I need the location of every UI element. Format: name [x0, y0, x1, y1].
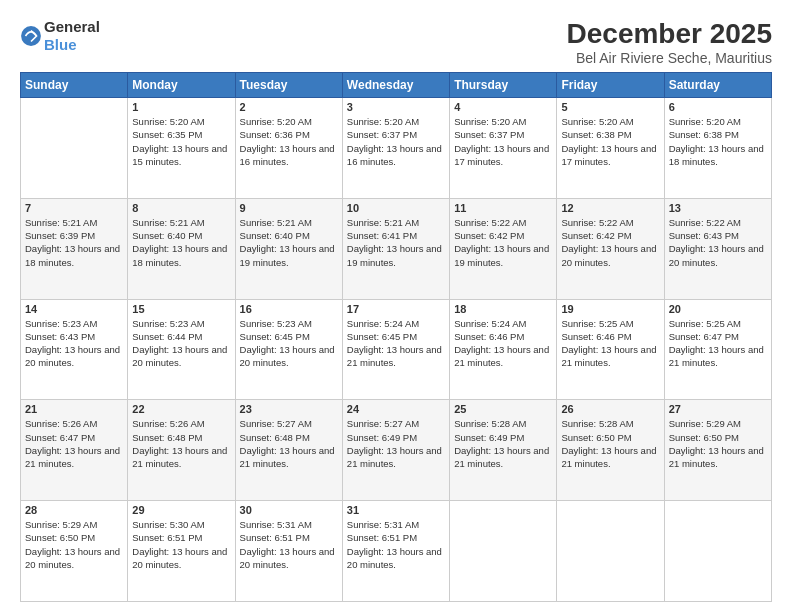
day-number: 7	[25, 202, 123, 214]
calendar-cell: 11 Sunrise: 5:22 AMSunset: 6:42 PMDaylig…	[450, 198, 557, 299]
calendar-cell: 12 Sunrise: 5:22 AMSunset: 6:42 PMDaylig…	[557, 198, 664, 299]
day-info: Sunrise: 5:23 AMSunset: 6:45 PMDaylight:…	[240, 318, 335, 369]
day-number: 30	[240, 504, 338, 516]
title-block: December 2025 Bel Air Riviere Seche, Mau…	[567, 18, 772, 66]
logo-icon	[20, 25, 42, 47]
calendar-week-row: 7 Sunrise: 5:21 AMSunset: 6:39 PMDayligh…	[21, 198, 772, 299]
day-number: 16	[240, 303, 338, 315]
day-number: 18	[454, 303, 552, 315]
day-number: 19	[561, 303, 659, 315]
weekday-header-friday: Friday	[557, 73, 664, 98]
calendar-cell: 22 Sunrise: 5:26 AMSunset: 6:48 PMDaylig…	[128, 400, 235, 501]
day-info: Sunrise: 5:25 AMSunset: 6:47 PMDaylight:…	[669, 318, 764, 369]
calendar-cell: 15 Sunrise: 5:23 AMSunset: 6:44 PMDaylig…	[128, 299, 235, 400]
day-info: Sunrise: 5:28 AMSunset: 6:50 PMDaylight:…	[561, 418, 656, 469]
calendar-cell	[21, 98, 128, 199]
day-info: Sunrise: 5:28 AMSunset: 6:49 PMDaylight:…	[454, 418, 549, 469]
day-info: Sunrise: 5:30 AMSunset: 6:51 PMDaylight:…	[132, 519, 227, 570]
day-number: 6	[669, 101, 767, 113]
calendar-week-row: 28 Sunrise: 5:29 AMSunset: 6:50 PMDaylig…	[21, 501, 772, 602]
day-number: 5	[561, 101, 659, 113]
location-title: Bel Air Riviere Seche, Mauritius	[567, 50, 772, 66]
day-number: 14	[25, 303, 123, 315]
day-number: 29	[132, 504, 230, 516]
day-number: 15	[132, 303, 230, 315]
day-info: Sunrise: 5:21 AMSunset: 6:40 PMDaylight:…	[240, 217, 335, 268]
calendar-body: 1 Sunrise: 5:20 AMSunset: 6:35 PMDayligh…	[21, 98, 772, 602]
day-number: 8	[132, 202, 230, 214]
day-info: Sunrise: 5:20 AMSunset: 6:35 PMDaylight:…	[132, 116, 227, 167]
header: General Blue December 2025 Bel Air Rivie…	[20, 18, 772, 66]
calendar-cell: 14 Sunrise: 5:23 AMSunset: 6:43 PMDaylig…	[21, 299, 128, 400]
calendar-cell: 27 Sunrise: 5:29 AMSunset: 6:50 PMDaylig…	[664, 400, 771, 501]
calendar-cell: 10 Sunrise: 5:21 AMSunset: 6:41 PMDaylig…	[342, 198, 449, 299]
calendar-cell: 24 Sunrise: 5:27 AMSunset: 6:49 PMDaylig…	[342, 400, 449, 501]
calendar-cell: 8 Sunrise: 5:21 AMSunset: 6:40 PMDayligh…	[128, 198, 235, 299]
day-number: 1	[132, 101, 230, 113]
day-info: Sunrise: 5:24 AMSunset: 6:45 PMDaylight:…	[347, 318, 442, 369]
calendar-week-row: 21 Sunrise: 5:26 AMSunset: 6:47 PMDaylig…	[21, 400, 772, 501]
day-info: Sunrise: 5:22 AMSunset: 6:43 PMDaylight:…	[669, 217, 764, 268]
page: General Blue December 2025 Bel Air Rivie…	[0, 0, 792, 612]
calendar-cell: 5 Sunrise: 5:20 AMSunset: 6:38 PMDayligh…	[557, 98, 664, 199]
calendar-cell: 29 Sunrise: 5:30 AMSunset: 6:51 PMDaylig…	[128, 501, 235, 602]
calendar-cell: 23 Sunrise: 5:27 AMSunset: 6:48 PMDaylig…	[235, 400, 342, 501]
day-number: 31	[347, 504, 445, 516]
day-info: Sunrise: 5:20 AMSunset: 6:36 PMDaylight:…	[240, 116, 335, 167]
calendar-cell: 31 Sunrise: 5:31 AMSunset: 6:51 PMDaylig…	[342, 501, 449, 602]
calendar-cell: 25 Sunrise: 5:28 AMSunset: 6:49 PMDaylig…	[450, 400, 557, 501]
day-number: 23	[240, 403, 338, 415]
calendar-cell	[450, 501, 557, 602]
day-number: 9	[240, 202, 338, 214]
calendar-cell: 18 Sunrise: 5:24 AMSunset: 6:46 PMDaylig…	[450, 299, 557, 400]
day-number: 24	[347, 403, 445, 415]
svg-point-0	[21, 26, 41, 46]
day-info: Sunrise: 5:27 AMSunset: 6:48 PMDaylight:…	[240, 418, 335, 469]
day-number: 25	[454, 403, 552, 415]
day-info: Sunrise: 5:29 AMSunset: 6:50 PMDaylight:…	[669, 418, 764, 469]
calendar-cell: 28 Sunrise: 5:29 AMSunset: 6:50 PMDaylig…	[21, 501, 128, 602]
day-info: Sunrise: 5:20 AMSunset: 6:37 PMDaylight:…	[347, 116, 442, 167]
day-number: 22	[132, 403, 230, 415]
calendar-cell: 9 Sunrise: 5:21 AMSunset: 6:40 PMDayligh…	[235, 198, 342, 299]
calendar-cell: 3 Sunrise: 5:20 AMSunset: 6:37 PMDayligh…	[342, 98, 449, 199]
calendar-cell: 26 Sunrise: 5:28 AMSunset: 6:50 PMDaylig…	[557, 400, 664, 501]
day-number: 13	[669, 202, 767, 214]
logo: General Blue	[20, 18, 100, 54]
day-info: Sunrise: 5:31 AMSunset: 6:51 PMDaylight:…	[240, 519, 335, 570]
weekday-header-saturday: Saturday	[664, 73, 771, 98]
day-number: 10	[347, 202, 445, 214]
calendar-cell: 17 Sunrise: 5:24 AMSunset: 6:45 PMDaylig…	[342, 299, 449, 400]
day-info: Sunrise: 5:20 AMSunset: 6:37 PMDaylight:…	[454, 116, 549, 167]
logo-general: General	[44, 18, 100, 35]
day-info: Sunrise: 5:26 AMSunset: 6:48 PMDaylight:…	[132, 418, 227, 469]
day-info: Sunrise: 5:20 AMSunset: 6:38 PMDaylight:…	[561, 116, 656, 167]
calendar-cell: 4 Sunrise: 5:20 AMSunset: 6:37 PMDayligh…	[450, 98, 557, 199]
weekday-header-row: SundayMondayTuesdayWednesdayThursdayFrid…	[21, 73, 772, 98]
day-info: Sunrise: 5:24 AMSunset: 6:46 PMDaylight:…	[454, 318, 549, 369]
day-info: Sunrise: 5:21 AMSunset: 6:41 PMDaylight:…	[347, 217, 442, 268]
day-number: 27	[669, 403, 767, 415]
calendar-cell: 19 Sunrise: 5:25 AMSunset: 6:46 PMDaylig…	[557, 299, 664, 400]
day-number: 12	[561, 202, 659, 214]
weekday-header-wednesday: Wednesday	[342, 73, 449, 98]
calendar-cell: 30 Sunrise: 5:31 AMSunset: 6:51 PMDaylig…	[235, 501, 342, 602]
day-info: Sunrise: 5:21 AMSunset: 6:40 PMDaylight:…	[132, 217, 227, 268]
day-number: 4	[454, 101, 552, 113]
day-info: Sunrise: 5:22 AMSunset: 6:42 PMDaylight:…	[454, 217, 549, 268]
day-info: Sunrise: 5:26 AMSunset: 6:47 PMDaylight:…	[25, 418, 120, 469]
logo-text: General Blue	[44, 18, 100, 54]
calendar-cell: 21 Sunrise: 5:26 AMSunset: 6:47 PMDaylig…	[21, 400, 128, 501]
day-info: Sunrise: 5:25 AMSunset: 6:46 PMDaylight:…	[561, 318, 656, 369]
calendar-cell: 20 Sunrise: 5:25 AMSunset: 6:47 PMDaylig…	[664, 299, 771, 400]
calendar-cell: 7 Sunrise: 5:21 AMSunset: 6:39 PMDayligh…	[21, 198, 128, 299]
day-info: Sunrise: 5:31 AMSunset: 6:51 PMDaylight:…	[347, 519, 442, 570]
weekday-header-monday: Monday	[128, 73, 235, 98]
day-number: 3	[347, 101, 445, 113]
day-info: Sunrise: 5:29 AMSunset: 6:50 PMDaylight:…	[25, 519, 120, 570]
weekday-header-sunday: Sunday	[21, 73, 128, 98]
day-info: Sunrise: 5:20 AMSunset: 6:38 PMDaylight:…	[669, 116, 764, 167]
calendar-cell	[664, 501, 771, 602]
weekday-header-thursday: Thursday	[450, 73, 557, 98]
day-number: 26	[561, 403, 659, 415]
